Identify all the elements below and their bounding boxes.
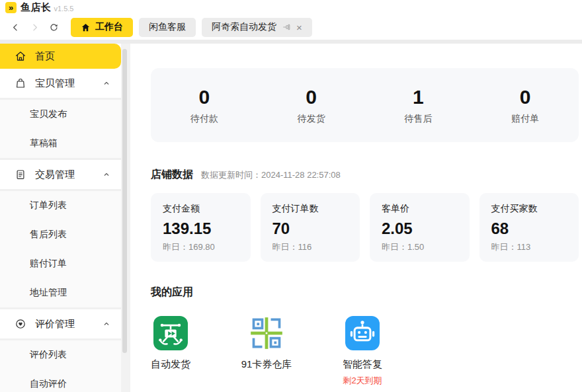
app-auto-shipping[interactable]: 自动发货 xyxy=(151,316,190,387)
sidebar-item-review-list[interactable]: 评价列表 xyxy=(0,340,121,370)
tab-close-icon[interactable]: × xyxy=(296,22,302,32)
metric-value: 139.15 xyxy=(163,219,239,238)
overview-stat-pending-payment[interactable]: 0 待付款 xyxy=(151,86,258,125)
overview-stat-pending-shipment[interactable]: 0 待发货 xyxy=(258,86,365,125)
metric-card-paid-orders[interactable]: 支付订单数 70 昨日：116 xyxy=(261,193,360,262)
tabbar: 工作台 闲鱼客服 阿奇索自动发货 × xyxy=(0,15,582,40)
sidebar-item-label: 评价列表 xyxy=(30,349,67,361)
chevron-up-icon[interactable] xyxy=(103,320,110,328)
bag-icon xyxy=(15,77,26,89)
titlebar: » 鱼店长 v1.5.5 xyxy=(0,0,582,15)
overview-stat-pending-aftersale[interactable]: 1 待售后 xyxy=(365,86,472,125)
shop-data-header: 店铺数据 数据更新时间：2024-11-28 22:57:08 xyxy=(151,168,579,182)
stat-value: 1 xyxy=(413,86,424,108)
sidebar-item-drafts[interactable]: 草稿箱 xyxy=(0,129,121,158)
sidebar-item-label: 评价管理 xyxy=(35,318,75,331)
sidebar-item-label: 售后列表 xyxy=(30,229,67,241)
home-icon xyxy=(81,22,91,32)
app-smart-reply[interactable]: 智能答复 剩2天到期 xyxy=(343,316,382,387)
sidebar-item-address-management[interactable]: 地址管理 xyxy=(0,278,121,307)
metric-value: 70 xyxy=(272,219,349,238)
app-version: v1.5.5 xyxy=(54,5,74,13)
sidebar-item-home[interactable]: 首页 xyxy=(0,44,121,69)
metric-yesterday: 昨日：1.50 xyxy=(382,241,458,253)
home-icon xyxy=(15,50,26,62)
stat-label: 待付款 xyxy=(190,113,218,125)
tab-workbench[interactable]: 工作台 xyxy=(71,18,133,37)
tab-label: 阿奇索自动发货 xyxy=(212,21,276,33)
nav-back-button[interactable] xyxy=(9,21,21,33)
metric-value: 68 xyxy=(491,219,567,238)
app-logo-icon: » xyxy=(5,2,17,13)
scrollbar-thumb[interactable] xyxy=(122,49,127,353)
my-apps-title: 我的应用 xyxy=(151,286,579,299)
sidebar-item-goods-management[interactable]: 宝贝管理 xyxy=(0,69,121,98)
metric-title: 客单价 xyxy=(382,203,458,215)
metric-title: 支付买家数 xyxy=(491,203,567,215)
my-apps-row: 自动发货 91卡券仓库 xyxy=(151,316,579,387)
sidebar-item-label: 交易管理 xyxy=(35,169,75,181)
sidebar-item-trade-management[interactable]: 交易管理 xyxy=(0,160,121,189)
chevron-up-icon[interactable] xyxy=(103,171,110,178)
metric-card-payment-amount[interactable]: 支付金额 139.15 昨日：169.80 xyxy=(151,193,251,262)
sidebar-scrollbar[interactable] xyxy=(121,44,130,392)
metric-yesterday: 昨日：116 xyxy=(272,241,349,253)
metric-yesterday: 昨日：169.80 xyxy=(163,241,239,253)
nav-forward-button[interactable] xyxy=(28,21,40,33)
update-time-value: 2024-11-28 22:57:08 xyxy=(261,170,341,180)
shop-data-update-time: 数据更新时间：2024-11-28 22:57:08 xyxy=(201,169,341,181)
sidebar-item-label: 订单列表 xyxy=(30,200,67,212)
main-content: 0 待付款 0 待发货 1 待售后 0 赔付单 店铺数据 数据更新时间：2024… xyxy=(130,44,582,392)
update-time-label: 数据更新时间： xyxy=(201,170,261,180)
metric-card-row: 支付金额 139.15 昨日：169.80 支付订单数 70 昨日：116 客单… xyxy=(151,193,579,262)
chevron-up-icon[interactable] xyxy=(103,79,110,87)
sidebar-item-auto-review[interactable]: 自动评价 xyxy=(0,370,121,392)
sidebar-item-review-management[interactable]: 评价管理 xyxy=(0,309,121,338)
sidebar-item-goods-publish[interactable]: 宝贝发布 xyxy=(0,100,121,129)
sidebar-item-aftersale-list[interactable]: 售后列表 xyxy=(0,220,121,249)
sidebar-submenu-trade: 订单列表 售后列表 赔付订单 地址管理 xyxy=(0,189,121,309)
app-title: 鱼店长 xyxy=(21,1,52,14)
sidebar-item-label: 赔付订单 xyxy=(30,258,67,270)
sidebar: 首页 宝贝管理 宝贝发布 草稿箱 交易管理 xyxy=(0,44,121,392)
sidebar-item-label: 自动评价 xyxy=(30,378,67,390)
document-icon xyxy=(15,169,26,180)
overview-stat-compensation[interactable]: 0 赔付单 xyxy=(472,86,579,125)
metric-title: 支付金额 xyxy=(163,203,239,215)
metric-title: 支付订单数 xyxy=(272,203,349,215)
sidebar-item-compensation-orders[interactable]: 赔付订单 xyxy=(0,249,121,278)
app-label: 智能答复 xyxy=(343,358,382,371)
refresh-icon xyxy=(49,22,59,32)
app-expiry-badge: 剩2天到期 xyxy=(343,375,382,387)
sidebar-item-label: 首页 xyxy=(35,50,55,63)
chevron-left-icon xyxy=(11,22,21,32)
stat-label: 待售后 xyxy=(404,113,432,125)
card-warehouse-grid-icon xyxy=(249,316,284,350)
stat-value: 0 xyxy=(520,86,531,108)
sidebar-item-order-list[interactable]: 订单列表 xyxy=(0,191,121,220)
tab-aqisuo-autoship[interactable]: 阿奇索自动发货 × xyxy=(202,18,312,37)
sidebar-item-label: 宝贝发布 xyxy=(30,108,67,120)
auto-shipping-robot-icon xyxy=(153,316,188,350)
stat-value: 0 xyxy=(199,86,210,108)
stat-label: 待发货 xyxy=(298,113,325,125)
app-label: 91卡券仓库 xyxy=(241,358,292,371)
app-91-card-warehouse[interactable]: 91卡券仓库 xyxy=(247,316,286,387)
stat-label: 赔付单 xyxy=(511,113,539,125)
metric-yesterday: 昨日：113 xyxy=(491,241,567,253)
metric-card-avg-order-value[interactable]: 客单价 2.05 昨日：1.50 xyxy=(370,193,470,262)
refresh-button[interactable] xyxy=(48,21,60,33)
comment-heart-icon xyxy=(15,318,26,330)
tab-list: 工作台 闲鱼客服 阿奇索自动发货 × xyxy=(71,18,312,37)
tab-label: 工作台 xyxy=(95,21,123,33)
sidebar-item-label: 草稿箱 xyxy=(30,137,58,149)
tab-label: 闲鱼客服 xyxy=(149,21,186,33)
metric-card-paying-buyers[interactable]: 支付买家数 68 昨日：113 xyxy=(479,193,579,262)
shop-data-title: 店铺数据 xyxy=(151,168,193,182)
overview-card: 0 待付款 0 待发货 1 待售后 0 赔付单 xyxy=(151,68,579,142)
metric-value: 2.05 xyxy=(382,219,458,238)
stat-value: 0 xyxy=(306,86,317,108)
sidebar-item-label: 地址管理 xyxy=(30,287,67,299)
tab-xianyu-service[interactable]: 闲鱼客服 xyxy=(139,18,196,37)
pin-icon[interactable] xyxy=(282,22,292,32)
